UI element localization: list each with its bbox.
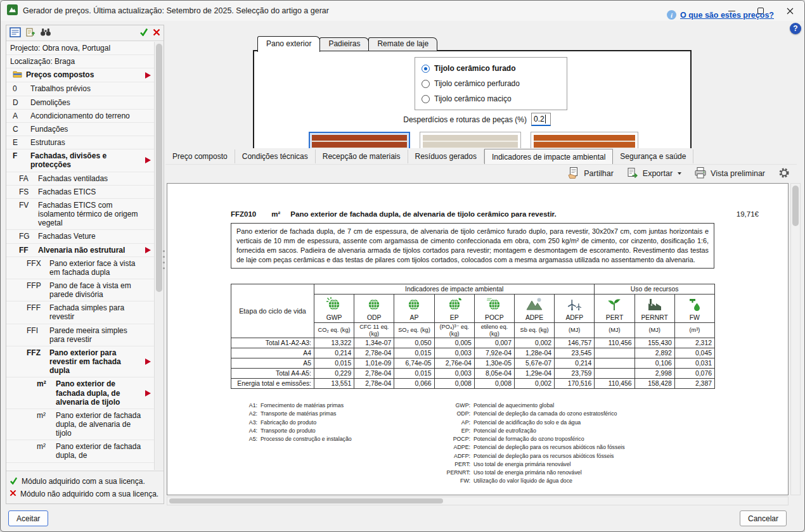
- sidebar-scrollbar-thumb[interactable]: [156, 44, 162, 292]
- tree-item-label: Pano exterior para revestir em fachada d…: [49, 348, 153, 375]
- confirm-check-icon[interactable]: [139, 28, 148, 38]
- legend-key: A1:: [231, 403, 257, 409]
- tree-root-row[interactable]: Preços compostos: [6, 68, 154, 82]
- lower-tab-3[interactable]: Recepção de materiais: [316, 149, 408, 163]
- tree-item-6[interactable]: FFachadas, divisões e protecções: [6, 149, 154, 172]
- tree-item-15[interactable]: FFIParede meeira simples para revestir: [6, 324, 154, 346]
- tree-item-8[interactable]: FSFachadas ETICS: [6, 186, 154, 199]
- legend-text: Potencial de eutrofização: [473, 428, 536, 434]
- tree-item-11[interactable]: FFAlvenaria não estrutural: [6, 244, 154, 257]
- radio-option-3[interactable]: Tijolo cerâmico maciço: [422, 91, 560, 106]
- upper-tab-1[interactable]: Pano exterior: [257, 36, 320, 52]
- tree-item-10[interactable]: FGFachadas Veture: [6, 230, 154, 243]
- tree-item-13[interactable]: FFPPano de face à vista em parede divisó…: [6, 279, 154, 301]
- tree-item-code: FA: [19, 174, 38, 183]
- upper-tab-row: Pano exteriorPadieirasRemate de laje: [253, 36, 692, 51]
- red-arrow-icon: [145, 390, 151, 396]
- legend-key: A5:: [231, 436, 257, 443]
- vertical-scrollbar-thumb[interactable]: [792, 186, 799, 226]
- tree-location-row[interactable]: Localização: Braga: [6, 55, 154, 68]
- document-horizontal-scrollbar[interactable]: [167, 497, 789, 505]
- brick-thumbnail-1[interactable]: [309, 132, 410, 148]
- export-button[interactable]: Exportar: [626, 167, 681, 181]
- tree-item-14[interactable]: FFFFachada simples para revestir: [6, 301, 154, 324]
- radio-icon[interactable]: [422, 95, 430, 103]
- tree-item-code: m²: [37, 442, 56, 451]
- radio-icon[interactable]: [422, 80, 430, 88]
- settings-button[interactable]: [778, 167, 790, 181]
- table-row-3: A50,0151,01e-096,74e-052,76e-041,30e-055…: [231, 358, 715, 369]
- legend-entry: AP:Potencial de acidificação do solo e d…: [421, 420, 625, 426]
- legend-text: Potencial de acidificação do solo e da á…: [473, 420, 581, 426]
- legend-text: Fabricação do produto: [261, 420, 316, 426]
- lower-tab-6[interactable]: Segurança e saúde: [613, 149, 693, 163]
- lower-tab-5[interactable]: Indicadores de impacte ambiental: [484, 149, 613, 164]
- column-unit: (PO₄)³⁻ eq. (kg): [434, 323, 474, 338]
- table-cell: 0,015: [394, 369, 434, 379]
- column-acronym: GWP: [315, 314, 353, 321]
- table-cell: 1,34e-07: [354, 338, 394, 348]
- panel-splitter[interactable]: [163, 250, 165, 272]
- factory-icon: [636, 296, 674, 314]
- brick-thumbnail-3[interactable]: [531, 132, 638, 148]
- legend-text: Uso total de energia primária não renová…: [473, 470, 582, 476]
- radio-icon[interactable]: [422, 65, 430, 73]
- lower-tab-2[interactable]: Condições técnicas: [235, 149, 316, 163]
- tree-item-12[interactable]: FFXPano exterior face à vista em fachada…: [6, 257, 154, 279]
- tree-item-3[interactable]: AAcondicionamento do terreno: [6, 110, 154, 123]
- tree-project-row[interactable]: Projecto: Obra nova, Portugal: [6, 42, 154, 55]
- legend-entry: A3:Fabricação do produto: [231, 420, 352, 426]
- lower-tab-4[interactable]: Resíduos gerados: [408, 149, 484, 163]
- column-unit: CO₂ eq. (kg): [314, 323, 354, 338]
- composition-window-icon[interactable]: [10, 27, 21, 39]
- tree-item-16[interactable]: FFZPano exterior para revestir em fachad…: [6, 346, 154, 377]
- tree-item-2[interactable]: DDemolições: [6, 96, 154, 110]
- export-document-icon[interactable]: [25, 27, 35, 39]
- lower-tab-1[interactable]: Preço composto: [165, 149, 235, 163]
- tree-item-7[interactable]: FAFachadas ventiladas: [6, 172, 154, 186]
- radio-option-1[interactable]: Tijolo cerâmico furado: [422, 61, 560, 76]
- tree-item-code: FFX: [27, 259, 49, 268]
- tree-item-1[interactable]: 0Trabalhos prévios: [6, 82, 154, 96]
- globe-sun-icon: [315, 296, 353, 314]
- tree-item-19[interactable]: m²Pano exterior de fachada dupla, de: [6, 440, 154, 462]
- document-vertical-scrollbar[interactable]: [790, 183, 801, 495]
- share-button[interactable]: Partilhar: [567, 167, 614, 181]
- column-header-gwp: GWP: [314, 294, 354, 323]
- upper-tab-3[interactable]: Remate de laje: [368, 37, 437, 51]
- tree-item-code: FFI: [27, 326, 49, 335]
- category-tree: Projecto: Obra nova, Portugal Localizaçã…: [6, 42, 154, 470]
- print-preview-button[interactable]: Vista preliminar: [694, 167, 765, 181]
- legend-key: A4:: [231, 428, 257, 434]
- share-label: Partilhar: [584, 169, 614, 178]
- tree-item-4[interactable]: CFundações: [6, 123, 154, 136]
- tree-item-code: C: [13, 125, 30, 134]
- horizontal-scrollbar-thumb[interactable]: [169, 498, 443, 504]
- location-label: Localização: Braga: [10, 57, 153, 66]
- tree-item-code: D: [13, 98, 30, 107]
- sidebar-scrollbar[interactable]: [154, 42, 164, 470]
- close-button[interactable]: [775, 1, 804, 21]
- tree-item-5[interactable]: EEstruturas: [6, 136, 154, 149]
- upper-tab-2[interactable]: Padieiras: [319, 37, 369, 51]
- tree-item-18[interactable]: m²Pano exterior de fachada dupla, de alv…: [6, 409, 154, 440]
- tree-item-9[interactable]: FVFachadas ETICS com isolamento térmico …: [6, 199, 154, 230]
- table-cell: 6,74e-05: [394, 358, 434, 369]
- tree-item-17[interactable]: m²Pano exterior de fachada dupla, de alv…: [6, 377, 154, 408]
- help-link-text[interactable]: O que são estes preços?: [680, 11, 774, 20]
- gear-icon: [778, 167, 790, 181]
- lifecycle-stage-header: Etapa do ciclo de vida: [231, 284, 314, 338]
- what-are-these-prices-link[interactable]: i O que são estes preços?: [667, 10, 774, 20]
- brick-thumbnail-2[interactable]: [420, 132, 521, 148]
- table-cell: 2,78e-04: [354, 348, 394, 358]
- radio-option-2[interactable]: Tijolo cerâmico perfurado: [422, 76, 560, 91]
- cancel-button[interactable]: Cancelar: [740, 510, 787, 526]
- cancel-cross-icon[interactable]: [153, 28, 160, 38]
- legend-text: Uso total de energia primária renovável: [473, 462, 571, 468]
- search-binoculars-icon[interactable]: [40, 27, 51, 39]
- accept-button[interactable]: Aceitar: [8, 510, 48, 526]
- tree-item-code: m²: [37, 379, 56, 388]
- brick-type-radio-group: Tijolo cerâmico furadoTijolo cerâmico pe…: [415, 57, 567, 110]
- waste-input[interactable]: [531, 113, 551, 126]
- help-button[interactable]: ?: [790, 23, 801, 34]
